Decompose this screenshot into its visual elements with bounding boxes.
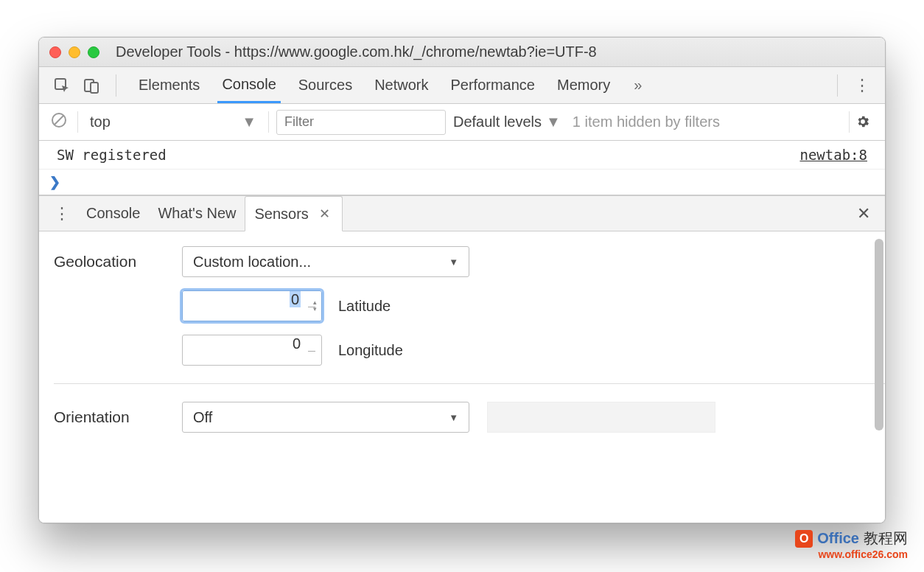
console-toolbar: top ▼ Default levels ▼ 1 item hidden by … bbox=[39, 104, 885, 141]
toolbar-divider bbox=[116, 74, 116, 97]
kebab-menu-icon[interactable]: ⋮ bbox=[850, 76, 875, 95]
context-value: top bbox=[90, 114, 111, 130]
main-tabs: Elements Console Sources Network Perform… bbox=[134, 67, 825, 103]
close-window-button[interactable] bbox=[49, 46, 61, 58]
close-tab-icon[interactable]: ✕ bbox=[316, 206, 333, 222]
orientation-row: Orientation Off ▼ bbox=[54, 402, 885, 433]
latitude-label: Latitude bbox=[338, 298, 391, 315]
toolbar-divider bbox=[837, 74, 838, 97]
geolocation-label: Geolocation bbox=[54, 253, 164, 271]
inspect-element-icon[interactable] bbox=[49, 73, 74, 98]
toggle-device-toolbar-icon[interactable] bbox=[79, 73, 104, 98]
watermark: O Office教程网 www.office26.com bbox=[795, 529, 908, 560]
drawer-tab-console[interactable]: Console bbox=[77, 196, 149, 231]
hidden-count-label: 1 item hidden by filters bbox=[573, 114, 720, 130]
tab-elements[interactable]: Elements bbox=[134, 67, 204, 103]
watermark-logo-icon: O bbox=[795, 530, 813, 548]
devtools-window: Developer Tools - https://www.google.com… bbox=[38, 37, 886, 523]
triangle-down-icon: ▼ bbox=[449, 412, 458, 423]
close-drawer-icon[interactable]: ✕ bbox=[850, 196, 878, 231]
zoom-window-button[interactable] bbox=[88, 46, 99, 58]
tab-memory[interactable]: Memory bbox=[553, 67, 615, 103]
clear-console-icon[interactable] bbox=[48, 112, 70, 133]
latitude-row: 0 ▴▾ Latitude bbox=[182, 290, 885, 321]
longitude-label: Longitude bbox=[338, 342, 403, 359]
drawer-kebab-menu-icon[interactable]: ⋮ bbox=[46, 196, 77, 231]
svg-line-4 bbox=[55, 116, 63, 125]
execution-context-select[interactable]: top ▼ bbox=[77, 111, 269, 133]
overflow-tabs-icon[interactable]: » bbox=[628, 77, 648, 94]
log-text: SW registered bbox=[57, 147, 167, 163]
watermark-brand: Office bbox=[817, 530, 859, 547]
section-divider bbox=[54, 383, 885, 384]
geolocation-select[interactable]: Custom location... ▼ bbox=[182, 246, 469, 277]
longitude-row: 0 Longitude bbox=[182, 335, 885, 366]
geolocation-row: Geolocation Custom location... ▼ bbox=[54, 246, 885, 277]
tab-console[interactable]: Console bbox=[217, 67, 280, 103]
triangle-down-icon: ▼ bbox=[449, 257, 458, 268]
latitude-input[interactable]: 0 ▴▾ bbox=[182, 290, 322, 321]
sensors-panel: Geolocation Custom location... ▼ 0 ▴▾ La… bbox=[39, 231, 885, 523]
longitude-input[interactable]: 0 bbox=[182, 335, 322, 366]
log-levels-select[interactable]: Default levels ▼ bbox=[453, 114, 561, 130]
console-filter-input[interactable] bbox=[276, 110, 446, 135]
drawer-tab-whats-new[interactable]: What's New bbox=[149, 196, 245, 231]
caret-down-icon: ▼ bbox=[546, 114, 561, 130]
traffic-lights bbox=[49, 46, 99, 58]
drawer-tab-sensors[interactable]: Sensors ✕ bbox=[245, 196, 342, 231]
svg-rect-2 bbox=[91, 83, 98, 93]
drawer-tabs: ⋮ Console What's New Sensors ✕ ✕ bbox=[39, 196, 885, 231]
console-settings-icon[interactable] bbox=[849, 111, 876, 133]
minimize-window-button[interactable] bbox=[69, 46, 80, 58]
orientation-select[interactable]: Off ▼ bbox=[182, 402, 469, 433]
console-messages: SW registered newtab:8 bbox=[39, 141, 885, 196]
tab-network[interactable]: Network bbox=[370, 67, 433, 103]
orientation-preview bbox=[487, 402, 715, 433]
main-toolbar: Elements Console Sources Network Perform… bbox=[39, 67, 885, 104]
titlebar: Developer Tools - https://www.google.com… bbox=[39, 38, 885, 67]
tab-performance[interactable]: Performance bbox=[447, 67, 540, 103]
caret-down-icon: ▼ bbox=[242, 114, 256, 130]
orientation-label: Orientation bbox=[54, 408, 164, 426]
scrollbar-thumb[interactable] bbox=[875, 239, 883, 430]
watermark-url: www.office26.com bbox=[795, 548, 908, 560]
tab-sources[interactable]: Sources bbox=[294, 67, 357, 103]
log-source-link[interactable]: newtab:8 bbox=[799, 147, 867, 163]
watermark-brand-cn: 教程网 bbox=[864, 529, 908, 548]
console-message-row: SW registered newtab:8 bbox=[39, 141, 885, 170]
console-input-prompt[interactable] bbox=[39, 170, 885, 195]
spinner-icon[interactable]: ▴▾ bbox=[313, 299, 317, 313]
window-title: Developer Tools - https://www.google.com… bbox=[116, 43, 597, 60]
